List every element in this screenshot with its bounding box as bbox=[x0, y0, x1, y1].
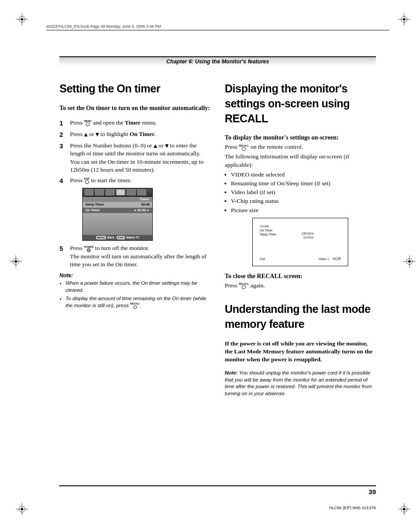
bullet-item: Remaining time of On/Sleep timer (if set… bbox=[231, 180, 376, 187]
subheading: To close the RECALL screen: bbox=[225, 272, 376, 281]
left-column: Setting the On timer To set the On timer… bbox=[59, 81, 211, 399]
bold-paragraph: If the power is cut off while you are vi… bbox=[225, 340, 376, 364]
recall-button-icon: RECALL bbox=[130, 303, 140, 309]
chapter-heading: Chapter 6: Using the Monitor's features bbox=[59, 56, 376, 67]
step-4: Press EXIT to start the timer. bbox=[70, 176, 211, 185]
crop-mark-icon bbox=[403, 255, 416, 268]
lead-paragraph: To set the On timer to turn on the monit… bbox=[59, 104, 211, 113]
recall-screen-screenshot: TV-PG On Timer Sleep Timer 10h34m 1h23m … bbox=[252, 218, 348, 266]
down-arrow-icon bbox=[165, 144, 169, 148]
crop-mark-icon bbox=[16, 503, 28, 515]
subheading: To display the monitor's settings on-scr… bbox=[225, 134, 376, 142]
step-3: Press the Number buttons (0–9) or or to … bbox=[70, 142, 211, 174]
note-item: To display the amount of time remaining … bbox=[66, 295, 211, 309]
recall-button-icon: RECALL bbox=[239, 144, 249, 151]
recall-button-icon: RECALL bbox=[239, 283, 249, 289]
section-title-last-mode: Understanding the last mode memory featu… bbox=[225, 302, 376, 332]
step-number: 4 bbox=[59, 176, 66, 185]
exit-button-icon: EXIT bbox=[84, 177, 90, 184]
step-number: 3 bbox=[59, 142, 66, 174]
step-number: 2 bbox=[59, 130, 66, 139]
header-rule bbox=[46, 30, 389, 30]
page-number: 39 bbox=[59, 485, 376, 496]
step-5: Press POWER to turn off the monitor. The… bbox=[70, 244, 211, 268]
step-number: 1 bbox=[59, 119, 66, 128]
osd-menu-screenshot: Timer Sleep Timer00:00 On Timer◄ 10:30 ►… bbox=[82, 188, 153, 241]
note-heading: Note: bbox=[59, 272, 211, 279]
section-title-recall: Displaying the monitor's settings on-scr… bbox=[225, 81, 376, 126]
bullet-item: Picture size bbox=[231, 206, 376, 214]
crop-mark-icon bbox=[16, 13, 28, 26]
footer-code: HLC56 (E/F) Web 213:276 bbox=[329, 506, 376, 510]
crop-mark-icon bbox=[10, 255, 22, 268]
note-paragraph: Note: You should unplug the monitor's po… bbox=[225, 370, 376, 397]
down-arrow-icon bbox=[96, 133, 99, 136]
bullet-item: V-Chip rating status bbox=[231, 197, 376, 205]
body-text: Press RECALL on the remote control. bbox=[225, 143, 376, 151]
body-text: Press RECALL again. bbox=[225, 282, 376, 290]
menu-button-icon: MENU bbox=[84, 120, 92, 126]
up-arrow-icon bbox=[154, 144, 157, 148]
pdf-header-filename: 263237HLC56_EN.book Page 39 Monday, June… bbox=[46, 24, 161, 29]
right-column: Displaying the monitor's settings on-scr… bbox=[225, 81, 376, 399]
bullet-item: VIDEO mode selected bbox=[231, 171, 376, 179]
step-2: Press or to highlight On Timer. bbox=[70, 130, 211, 139]
step-1: Press MENU and open the Timer menu. bbox=[70, 119, 211, 128]
bullet-item: Video label (if set) bbox=[231, 188, 376, 196]
note-item: When a power failure occurs, the On time… bbox=[66, 280, 211, 294]
up-arrow-icon bbox=[84, 133, 88, 136]
body-text: The following information will display o… bbox=[225, 153, 376, 169]
power-button-icon: POWER bbox=[84, 246, 94, 252]
crop-mark-icon bbox=[398, 503, 410, 515]
section-title-on-timer: Setting the On timer bbox=[59, 81, 211, 96]
crop-mark-icon bbox=[398, 13, 410, 26]
step-number: 5 bbox=[59, 244, 66, 268]
